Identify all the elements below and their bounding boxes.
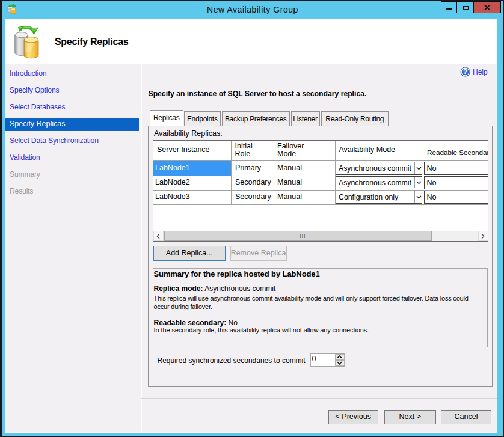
svg-text:?: ? — [463, 68, 467, 75]
